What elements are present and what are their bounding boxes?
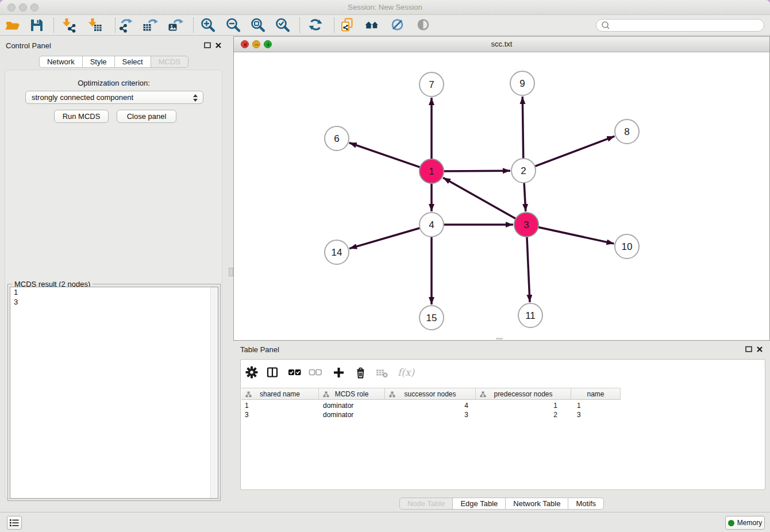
close-panel-icon[interactable] — [215, 42, 222, 49]
tab-node-table[interactable]: Node Table — [399, 498, 453, 510]
graph-edge-2-9[interactable] — [522, 97, 523, 160]
list-icon — [9, 518, 20, 528]
gear-icon — [245, 366, 258, 379]
graph-edge-3-10[interactable] — [537, 227, 614, 244]
table-delete-icon — [375, 366, 388, 379]
graph-node-label-10: 10 — [622, 241, 633, 252]
column-header-name[interactable]: name — [571, 388, 621, 400]
zoom-selected-button[interactable] — [274, 16, 292, 34]
network-view-window: scc.txt 7968124314101511 — [233, 36, 770, 341]
export-network-button[interactable] — [116, 16, 134, 34]
function-builder-button[interactable]: f(x) — [396, 365, 415, 380]
combo-chevrons-icon — [192, 94, 198, 102]
save-session-button[interactable] — [28, 16, 46, 34]
result-scrollbar[interactable] — [210, 287, 218, 498]
zoom-in-button[interactable] — [199, 16, 217, 34]
export-network-icon — [117, 17, 134, 34]
tab-select[interactable]: Select — [114, 56, 151, 68]
graph-node-label-2: 2 — [521, 165, 526, 176]
table-row[interactable]: 1 dominator 4 1 1 — [241, 401, 621, 410]
float-panel-icon[interactable] — [204, 42, 211, 49]
column-header-shared-name[interactable]: shared name — [241, 388, 319, 400]
graph-edge-3-1[interactable] — [443, 178, 517, 219]
import-table-button[interactable] — [86, 16, 104, 34]
birdseye-view-button[interactable] — [414, 16, 433, 34]
zoom-in-icon — [199, 17, 217, 34]
slashed-circle-icon — [389, 17, 406, 34]
application-window: Session: New Session — [0, 0, 770, 532]
search-field[interactable] — [596, 19, 764, 32]
refresh-icon — [307, 17, 324, 34]
zoom-fit-icon — [249, 17, 267, 34]
memory-status-dot — [728, 520, 734, 526]
tab-edge-table[interactable]: Edge Table — [452, 498, 506, 510]
table-panel: Table Panel — [233, 342, 770, 510]
trash-icon — [354, 366, 367, 379]
hide-graphics-details-button[interactable] — [388, 16, 407, 34]
graph-edge-1-6[interactable] — [349, 143, 422, 168]
graph-edge-2-3[interactable] — [524, 181, 526, 211]
deselect-all-button[interactable] — [308, 365, 323, 380]
column-header-successor-nodes[interactable]: successor nodes — [385, 388, 476, 400]
table-row[interactable]: 3 dominator 3 2 3 — [241, 410, 621, 419]
delete-table-button[interactable] — [374, 365, 389, 380]
close-panel-button[interactable]: Close panel — [117, 110, 176, 123]
memory-button[interactable]: Memory — [725, 516, 765, 530]
tab-style[interactable]: Style — [82, 56, 115, 68]
tab-mcds[interactable]: MCDS — [151, 56, 188, 68]
search-input[interactable] — [611, 20, 764, 30]
window-resize-mark[interactable] — [496, 338, 503, 340]
zoom-fit-button[interactable] — [249, 16, 267, 34]
export-table-button[interactable] — [141, 16, 159, 34]
close-panel-icon[interactable] — [756, 346, 763, 353]
run-mcds-button[interactable]: Run MCDS — [54, 110, 109, 123]
graph-node-label-1: 1 — [429, 166, 434, 177]
column-layout-button[interactable] — [265, 365, 280, 380]
column-label: predecessor nodes — [494, 390, 552, 398]
toolbar-separator — [115, 18, 116, 33]
select-all-button[interactable] — [287, 365, 302, 380]
column-header-mcds-role[interactable]: MCDS role — [319, 388, 385, 400]
clone-network-button[interactable] — [338, 16, 357, 34]
unchecked-boxes-icon — [309, 366, 322, 379]
zoom-out-button[interactable] — [224, 16, 242, 34]
network-canvas[interactable]: 7968124314101511 — [234, 52, 769, 340]
column-header-predecessor-nodes[interactable]: predecessor nodes — [476, 388, 571, 400]
refresh-layout-button[interactable] — [306, 16, 325, 34]
add-row-button[interactable] — [331, 365, 346, 380]
tab-motifs[interactable]: Motifs — [568, 498, 604, 510]
graph-edge-3-11[interactable] — [527, 235, 530, 302]
tab-network[interactable]: Network — [39, 56, 83, 68]
graph-edge-1-2[interactable] — [442, 171, 510, 171]
open-session-button[interactable] — [3, 16, 22, 34]
panel-splitter-handle[interactable] — [229, 268, 233, 276]
float-panel-icon[interactable] — [745, 346, 752, 353]
graph-node-label-6: 6 — [334, 133, 339, 144]
tab-network-table[interactable]: Network Table — [505, 498, 568, 510]
cell-successor-nodes: 3 — [385, 410, 476, 419]
cell-shared-name: 1 — [241, 401, 319, 410]
toolbar-separator — [53, 18, 54, 33]
delete-row-button[interactable] — [353, 365, 368, 380]
search-icon — [600, 20, 611, 30]
half-filled-circle-icon — [415, 17, 432, 34]
column-label: shared name — [260, 390, 300, 398]
table-settings-button[interactable] — [244, 365, 259, 380]
optimization-criterion-select[interactable]: strongly connected component — [25, 91, 203, 104]
export-image-button[interactable] — [166, 16, 184, 34]
graph-node-label-4: 4 — [429, 219, 434, 230]
export-table-icon — [141, 17, 159, 34]
memory-label: Memory — [737, 519, 762, 527]
overview-homes-button[interactable] — [363, 16, 382, 34]
import-network-button[interactable] — [60, 16, 78, 34]
cell-mcds-role: dominator — [319, 401, 385, 410]
cell-name: 1 — [571, 401, 621, 410]
network-window-title: scc.txt — [234, 40, 769, 48]
export-image-icon — [167, 17, 184, 34]
cell-shared-name: 3 — [241, 410, 319, 419]
graph-edge-2-8[interactable] — [533, 136, 615, 167]
zoom-selected-icon — [274, 17, 291, 34]
graph-edge-4-14[interactable] — [349, 228, 422, 249]
cell-mcds-role: dominator — [319, 410, 385, 419]
task-history-button[interactable] — [7, 516, 22, 530]
